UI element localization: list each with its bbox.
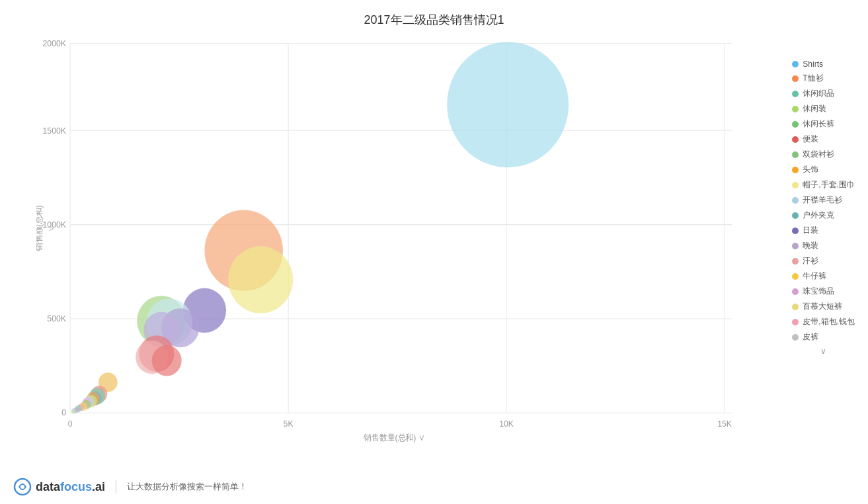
svg-text:10K: 10K [499, 419, 514, 429]
legend-dot-belt-bags-wallets [792, 319, 799, 325]
svg-text:500K: 500K [47, 314, 66, 323]
chart-title: 2017年二级品类销售情况1 [0, 0, 868, 28]
legend-label-leather-pants: 皮裤 [803, 331, 818, 343]
legend-dot-casual-dress [792, 136, 799, 143]
svg-text:15K: 15K [717, 419, 732, 429]
svg-text:2000K: 2000K [43, 39, 67, 48]
legend-label-bermuda-shorts: 百慕大短裤 [803, 301, 842, 312]
svg-point-21 [228, 246, 293, 313]
legend-dot-outdoor-jacket [792, 212, 799, 219]
legend-item-leather-pants: 皮裤 [792, 331, 855, 343]
legend-dot-double-pocket-shirt [792, 151, 799, 158]
legend-item-shirts: Shirts [792, 60, 855, 69]
legend-dot-jewelry [792, 288, 799, 295]
footer: datafocus.ai 让大数据分析像搜索一样简单！ [13, 478, 247, 496]
legend-dot-jeans [792, 273, 799, 280]
legend-item-evening-dress: 晚装 [792, 240, 855, 251]
legend-item-sweatshirt: 汗衫 [792, 255, 855, 267]
legend-label-jeans: 牛仔裤 [803, 271, 826, 282]
svg-text:1500K: 1500K [43, 126, 67, 135]
svg-point-48 [20, 485, 24, 489]
svg-text:销售额(总和): 销售额(总和) [36, 205, 44, 251]
legend-label-casual-wear: 休闲装 [803, 103, 826, 114]
legend-label-hat-gloves-scarf: 帽子,手套,围巾 [803, 179, 855, 190]
legend-item-double-pocket-shirt: 双袋衬衫 [792, 149, 855, 160]
chart-container: 2017年二级品类销售情况1 0 500K 1000K 1500K 2000K … [0, 0, 868, 504]
legend-item-belt-bags-wallets: 皮带,箱包,钱包 [792, 316, 855, 327]
legend: Shirts T恤衫 休闲织品 休闲装 休闲长裤 便装 双袋衬衫 头饰 [792, 60, 855, 356]
svg-text:1000K: 1000K [43, 220, 67, 230]
legend-dot-hat-gloves-scarf [792, 182, 799, 189]
legend-dot-tshirt [792, 75, 799, 82]
legend-item-cardigan: 开襟羊毛衫 [792, 194, 855, 206]
legend-dot-casual-wear [792, 106, 799, 112]
legend-label-casual-pants: 休闲长裤 [803, 118, 834, 130]
legend-label-cardigan: 开襟羊毛衫 [803, 194, 842, 206]
legend-label-sweatshirt: 汗衫 [803, 255, 818, 267]
legend-label-outdoor-jacket: 户外夹克 [803, 210, 834, 221]
legend-label-tshirt: T恤衫 [803, 73, 823, 84]
legend-label-headwear: 头饰 [803, 164, 818, 175]
legend-label-jewelry: 珠宝饰品 [803, 286, 834, 297]
legend-label-casual-dress: 便装 [803, 134, 818, 145]
legend-dot-sweatshirt [792, 258, 799, 265]
legend-label-evening-dress: 晚装 [803, 240, 818, 251]
svg-text:销售数量(总和)  ∨: 销售数量(总和) ∨ [363, 433, 424, 442]
legend-item-tshirt: T恤衫 [792, 73, 855, 84]
legend-item-bermuda-shorts: 百慕大短裤 [792, 301, 855, 312]
legend-dot-day-dress [792, 228, 799, 234]
legend-item-jewelry: 珠宝饰品 [792, 286, 855, 297]
legend-label-double-pocket-shirt: 双袋衬衫 [803, 149, 834, 160]
legend-dot-leather-pants [792, 334, 799, 341]
svg-text:0: 0 [68, 419, 73, 429]
footer-divider [116, 480, 116, 494]
legend-item-outdoor-jacket: 户外夹克 [792, 210, 855, 221]
legend-dot-evening-dress [792, 243, 799, 249]
svg-text:>: > [48, 224, 54, 233]
legend-item-headwear: 头饰 [792, 164, 855, 175]
legend-dot-cardigan [792, 197, 799, 204]
svg-point-29 [152, 345, 182, 376]
legend-label-day-dress: 日装 [803, 225, 818, 236]
legend-label-casual-fabric: 休闲织品 [803, 88, 834, 99]
legend-item-jeans: 牛仔裤 [792, 271, 855, 282]
legend-item-hat-gloves-scarf: 帽子,手套,围巾 [792, 179, 855, 190]
footer-slogan: 让大数据分析像搜索一样简单！ [127, 481, 247, 493]
legend-dot-shirts [792, 61, 799, 67]
datafocus-logo-text: datafocus.ai [36, 480, 105, 494]
svg-point-19 [447, 42, 569, 167]
legend-dot-casual-fabric [792, 91, 799, 97]
svg-point-44 [71, 409, 75, 413]
legend-item-casual-dress: 便装 [792, 134, 855, 145]
svg-text:0: 0 [61, 408, 66, 417]
legend-dot-bermuda-shorts [792, 304, 799, 310]
legend-dot-headwear [792, 167, 799, 173]
legend-expand-icon[interactable]: ∨ [792, 347, 855, 356]
legend-item-casual-pants: 休闲长裤 [792, 118, 855, 130]
legend-label-belt-bags-wallets: 皮带,箱包,钱包 [803, 316, 855, 327]
legend-item-day-dress: 日装 [792, 225, 855, 236]
legend-label-shirts: Shirts [803, 60, 823, 69]
svg-text:5K: 5K [284, 419, 294, 429]
legend-item-casual-wear: 休闲装 [792, 103, 855, 114]
legend-dot-casual-pants [792, 121, 799, 128]
datafocus-logo-svg [13, 478, 32, 496]
legend-item-casual-fabric: 休闲织品 [792, 88, 855, 99]
datafocus-logo: datafocus.ai [13, 478, 105, 496]
